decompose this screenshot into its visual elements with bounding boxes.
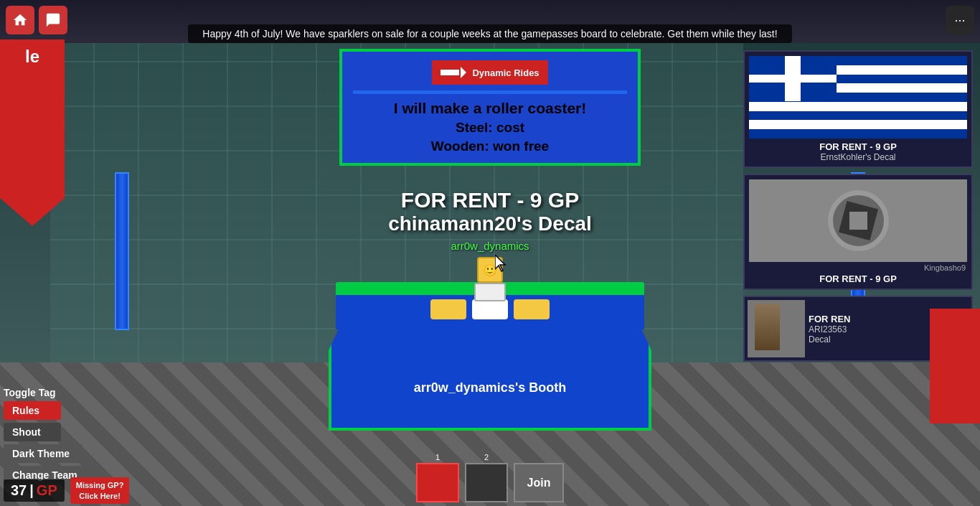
left-banner: le [0,39,65,226]
top-right-menu: ··· [946,6,974,34]
player-body [474,283,506,301]
right-banner [930,309,980,423]
decal-name: chinamann20's Decal [347,212,633,235]
sign-line3: Wooden: won free [353,139,627,154]
join-button[interactable]: Join [514,463,564,502]
roblox-home-button[interactable] [6,6,34,34]
sign-line2: Steel: cost [353,120,627,136]
decal-card-1: FOR RENT - 9 GP ErnstKohler's Decal [743,50,973,168]
gp-number: 37 [11,482,27,499]
team1-number: 1 [435,453,440,462]
team2-button[interactable] [465,463,508,502]
missing-gp-button[interactable]: Missing GP? Click Here! [70,477,130,504]
decal-image-soldier [748,300,805,357]
chat-icon [45,12,61,28]
banner-text: le [0,39,65,74]
team2-container: 2 [465,453,508,502]
booth-name-label: arr0w_dynamics's Booth [414,380,566,395]
svg-marker-2 [461,67,466,78]
decal-image-roblox [749,179,967,262]
toggle-tag-label: Toggle Tag [4,387,97,398]
for-rent-text: FOR RENT - 9 GP [347,188,633,212]
missing-gp-line2: Click Here! [76,491,124,501]
sign-text: I will make a roller coaster! Steel: cos… [353,100,627,154]
svg-rect-0 [440,70,461,75]
decal-card-2-title: FOR RENT - 9 GP [749,273,967,284]
roblox-chat-button[interactable] [39,6,67,34]
decal-card-3-extra: Decal [809,334,851,345]
team2-number: 2 [484,453,489,462]
gp-separator: | [29,482,34,499]
announcement-bar: Happy 4th of July! We have sparklers on … [0,27,980,40]
decal-card-1-subtitle: ErnstKohler's Decal [749,152,967,162]
sign-logo: Dynamic Rides [432,60,547,85]
dark-theme-button[interactable]: Dark Theme [4,444,83,463]
sign-logo-text: Dynamic Rides [472,67,539,78]
for-rent-overlay: FOR RENT - 9 GP chinamann20's Decal arr0… [347,188,633,252]
team1-button[interactable] [416,463,459,502]
arrow-icon [440,64,466,81]
gp-label: GP [37,482,57,499]
counter-block-2 [472,299,508,319]
player-head: 🙂 [477,257,503,283]
counter-block-3 [514,299,550,319]
left-ui-panel: Toggle Tag Rules Shout Dark Theme Change… [4,387,97,484]
kingbasho-label: Kingbasho9 [749,262,967,273]
pole-left [115,172,129,330]
decal-card-3-title: FOR REN [809,314,851,324]
emblem-square [849,212,867,230]
home-icon [12,12,28,28]
player-character: 🙂 [474,257,506,301]
bottom-center-buttons: 1 2 Join [416,453,564,502]
counter-block-1 [430,299,466,319]
sign-line1: I will make a roller coaster! [353,100,627,117]
announcement-text: Happy 4th of July! We have sparklers on … [188,24,791,43]
menu-button[interactable]: ··· [946,6,974,34]
team1-container: 1 [416,453,459,502]
decal-card-3-subtitle: ARI23563 [809,324,851,334]
sign-board: Dynamic Rides I will make a roller coast… [339,49,641,166]
emblem-inner [838,201,877,240]
shout-button[interactable]: Shout [4,423,61,441]
player-face: 🙂 [483,263,497,277]
game-viewport: le ··· Happy 4th of July! We have sparkl… [0,0,980,506]
roblox-top-icons [6,6,67,34]
decal-card-1-title: FOR RENT - 9 GP [749,141,967,152]
bottom-left-area: 37 | GP Missing GP? Click Here! [4,477,129,504]
team1-icon [425,470,451,496]
missing-gp-line1: Missing GP? [76,480,124,490]
decal-card-2: Kingbasho9 FOR RENT - 9 GP [743,174,973,290]
decal-card-3-text: FOR REN ARI23563 Decal [809,314,851,345]
rules-button[interactable]: Rules [4,401,61,420]
roblox-emblem [828,190,889,251]
booth-base: arr0w_dynamics's Booth [329,316,651,431]
gp-counter: 37 | GP [4,479,65,502]
player-nametag: arr0w_dynamics [347,240,633,252]
decal-image-greek-flag [749,56,967,139]
